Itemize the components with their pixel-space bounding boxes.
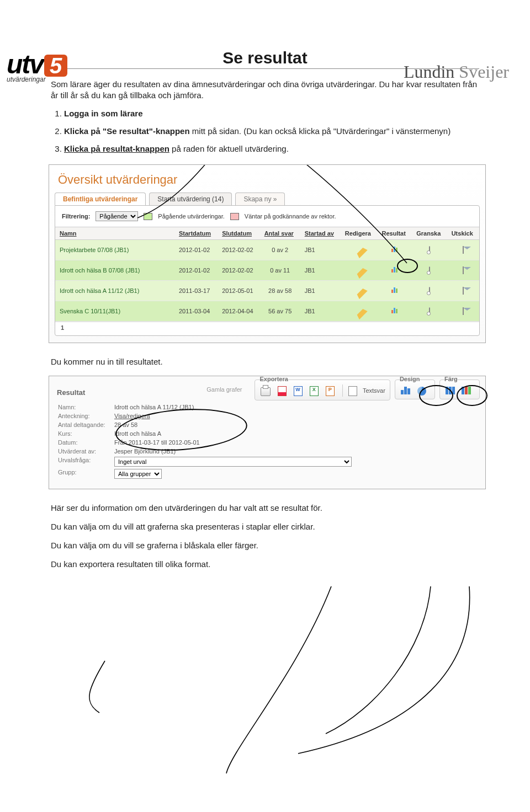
col-namn[interactable]: Namn	[55, 227, 174, 240]
col-start[interactable]: Startdatum	[174, 227, 218, 240]
cell-namn[interactable]: Projektarbete 07/08 (JB1)	[55, 240, 174, 260]
design-pie-button[interactable]	[416, 384, 428, 396]
cell-svar: 0 av 11	[260, 260, 300, 281]
mail-icon[interactable]	[463, 246, 464, 254]
tab-start[interactable]: Starta utvärdering (14)	[149, 193, 232, 205]
color-multi-button[interactable]	[460, 384, 473, 396]
ppt-icon	[326, 386, 335, 396]
mail-icon[interactable]	[463, 266, 464, 274]
review-icon[interactable]	[429, 307, 430, 315]
col-slut[interactable]: Slutdatum	[218, 227, 259, 240]
cell-slut: 2012-02-02	[218, 240, 259, 260]
edit-icon[interactable]	[351, 262, 367, 279]
logo-lundin-sveijer: Lundin Sveijer	[404, 62, 509, 82]
step-2: Klicka på "Se resultat"-knappen mitt på …	[64, 126, 479, 137]
urval-select[interactable]: Inget urval	[114, 457, 352, 467]
export-ppt-button[interactable]	[324, 385, 336, 396]
intro-text: Som lärare äger du resultaten av dina äm…	[51, 79, 479, 101]
design-bars-button[interactable]	[400, 384, 412, 396]
review-icon[interactable]	[429, 287, 430, 295]
result-icon[interactable]	[390, 247, 399, 254]
detail-key: Urvalsfråga:	[58, 457, 114, 467]
textsvar-label: Textsvar	[363, 387, 385, 394]
detail-value: 28 av 58	[114, 421, 137, 428]
detail-key: Namn:	[58, 404, 114, 410]
cell-namn[interactable]: Idrott och hälsa A 11/12 (JB1)	[55, 281, 174, 301]
detail-value: Från 2011-03-17 till 2012-05-01	[114, 439, 200, 446]
cell-av: JB1	[300, 281, 341, 301]
col-av[interactable]: Startad av	[300, 227, 341, 240]
legend-pending-swatch	[230, 213, 239, 220]
cell-start: 2012-01-02	[174, 240, 218, 260]
mail-icon[interactable]	[463, 307, 464, 315]
legend-pending-label: Väntar på godkännande av rektor.	[245, 213, 336, 220]
cell-svar: 56 av 75	[260, 301, 300, 322]
table-row: Projektarbete 07/08 (JB1)2012-01-022012-…	[55, 240, 479, 260]
color-blue-button[interactable]	[444, 384, 457, 396]
result-icon[interactable]	[390, 287, 399, 295]
logo-utv5: utv5 utvärderingar	[7, 54, 89, 83]
filter-label: Filtrering:	[62, 213, 90, 220]
table-row: Idrott och hälsa B 07/08 (JB1)2012-01-02…	[55, 260, 479, 281]
detail-value: Idrott och hälsa A 11/12 (JB1)	[114, 404, 194, 410]
bars-icon	[401, 387, 411, 396]
col-resultat: Resultat	[377, 227, 412, 240]
result-icon[interactable]	[390, 308, 399, 315]
export-text-button[interactable]	[347, 385, 359, 396]
col-svar[interactable]: Antal svar	[260, 227, 300, 240]
edit-icon[interactable]	[351, 242, 367, 258]
detail-row: Namn:Idrott och hälsa A 11/12 (JB1)	[58, 403, 476, 412]
step-3: Klicka på resultat-knappen på raden för …	[64, 143, 479, 154]
pie-icon	[417, 387, 426, 396]
tab-new[interactable]: Skapa ny »	[235, 193, 285, 205]
tab-existing[interactable]: Befintliga utvärderingar	[55, 193, 146, 205]
cell-start: 2011-03-04	[174, 301, 218, 322]
cell-slut: 2012-02-02	[218, 260, 259, 281]
pager-1[interactable]: 1	[61, 324, 64, 331]
result-icon[interactable]	[390, 267, 399, 274]
screenshot-result: Resultat Gamla grafer Exportera Textsvar…	[49, 376, 486, 489]
col-redigera: Redigera	[341, 227, 378, 240]
evaluations-table: Namn Startdatum Slutdatum Antal svar Sta…	[55, 227, 479, 322]
legend-ongoing-label: Pågående utvärderingar.	[158, 213, 224, 220]
print-icon	[261, 387, 271, 396]
outro-3: Du kan välja om du vill se graferna i bl…	[51, 540, 479, 551]
export-word-button[interactable]	[292, 385, 304, 396]
legend-ongoing-swatch	[144, 213, 152, 220]
color-group: Färg	[439, 380, 480, 399]
detail-row: Kurs:Idrott och hälsa A	[58, 429, 476, 438]
step-1: Logga in som lärare	[64, 108, 479, 119]
old-graphs-link[interactable]: Gamla grafer	[206, 386, 242, 393]
review-icon[interactable]	[429, 246, 430, 254]
grupp-select[interactable]: Alla grupper	[114, 469, 162, 479]
edit-icon[interactable]	[351, 282, 367, 299]
detail-row: Utvärderat av:Jesper Björklund (JB1)	[58, 447, 476, 456]
cell-av: JB1	[300, 301, 341, 322]
cell-av: JB1	[300, 260, 341, 281]
filter-select[interactable]: Pågående	[96, 211, 138, 221]
outro-2: Du kan välja om du vill att graferna ska…	[51, 521, 479, 532]
detail-row: Antal deltagande:28 av 58	[58, 420, 476, 429]
table-row: Svenska C 10/11(JB1)2011-03-042012-04-04…	[55, 301, 479, 322]
cell-start: 2011-03-17	[174, 281, 218, 301]
mid-text: Du kommer nu in till resultatet.	[51, 356, 479, 367]
export-pdf-button[interactable]	[276, 385, 288, 396]
col-granska: Granska	[412, 227, 447, 240]
detail-value-link[interactable]: Visa/redigera	[114, 413, 150, 419]
review-icon[interactable]	[429, 266, 430, 274]
cell-av: JB1	[300, 240, 341, 260]
bars-blue-icon	[446, 387, 455, 396]
detail-key: Anteckning:	[58, 413, 114, 419]
mail-icon[interactable]	[463, 287, 464, 295]
cell-namn[interactable]: Idrott och hälsa B 07/08 (JB1)	[55, 260, 174, 281]
detail-value: Idrott och hälsa A	[114, 430, 161, 437]
edit-icon[interactable]	[351, 303, 367, 319]
outro-4: Du kan exportera resultaten till olika f…	[51, 559, 479, 570]
cell-slut: 2012-05-01	[218, 281, 259, 301]
export-print-button[interactable]	[259, 385, 272, 396]
export-excel-button[interactable]	[308, 385, 320, 396]
table-row: Idrott och hälsa A 11/12 (JB1)2011-03-17…	[55, 281, 479, 301]
outro-1: Här ser du information om den utvärderin…	[51, 503, 479, 514]
cell-namn[interactable]: Svenska C 10/11(JB1)	[55, 301, 174, 322]
detail-key: Datum:	[58, 439, 114, 446]
